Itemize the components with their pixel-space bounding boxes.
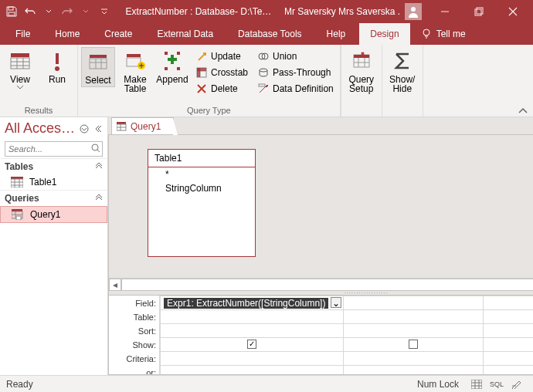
undo-drop-icon[interactable] xyxy=(40,3,57,20)
sort-cell-1[interactable] xyxy=(161,324,344,338)
tab-create[interactable]: Create xyxy=(93,23,143,45)
datasheet-view-icon[interactable] xyxy=(467,377,487,391)
nav-group-tables[interactable]: Tables xyxy=(0,158,107,174)
svg-rect-11 xyxy=(90,59,107,69)
ribbon: View Run Results Select Make Table Appen… xyxy=(0,45,533,117)
minimize-button[interactable] xyxy=(428,0,462,23)
data-definition-icon xyxy=(257,83,270,95)
nav-search[interactable] xyxy=(5,141,103,157)
undo-icon[interactable] xyxy=(22,3,39,20)
update-button[interactable]: Update xyxy=(192,49,251,64)
query-setup-button[interactable]: Query Setup xyxy=(345,47,379,95)
tab-external-data[interactable]: External Data xyxy=(146,23,224,45)
svg-rect-10 xyxy=(90,55,107,58)
query-setup-icon xyxy=(349,49,374,73)
document-area: Query1 × Table1 * StringColumn ◂ ▸ ∙∙∙∙∙… xyxy=(108,117,533,375)
select-button[interactable]: Select xyxy=(81,47,115,87)
or-cell-1[interactable] xyxy=(161,366,344,375)
design-view-icon[interactable] xyxy=(507,377,527,391)
crosstab-button[interactable]: Crosstab xyxy=(192,65,251,80)
status-ready: Ready xyxy=(6,379,33,390)
svg-rect-15 xyxy=(165,52,168,55)
passthrough-button[interactable]: Pass-Through xyxy=(254,65,337,80)
collapse-icon xyxy=(95,163,103,171)
svg-rect-7 xyxy=(11,58,29,69)
show-cell-3[interactable] xyxy=(483,338,533,352)
save-icon[interactable] xyxy=(3,3,20,20)
table-box-table1[interactable]: Table1 * StringColumn xyxy=(148,149,256,257)
table-cell-1[interactable] xyxy=(161,310,344,324)
redo-icon[interactable] xyxy=(59,3,76,20)
window-title: ExtractNumber : Database- D:\Te… xyxy=(113,6,284,17)
tab-home[interactable]: Home xyxy=(44,23,90,45)
query-icon xyxy=(12,209,24,220)
make-table-button[interactable]: Make Table xyxy=(118,47,152,95)
grid-cells[interactable]: Expr1: ExtractNumber([StringColumn])⌄ xyxy=(159,296,533,374)
close-button[interactable] xyxy=(496,0,530,23)
user-area[interactable]: Mr Saversky Mrs Saverska . xyxy=(284,3,422,20)
qbe-grid: Field: Table: Sort: Show: Criteria: or: … xyxy=(109,296,533,374)
status-bar: Ready Num Lock SQL xyxy=(0,375,533,392)
show-hide-button[interactable]: Show/ Hide xyxy=(385,47,419,95)
svg-point-24 xyxy=(260,69,267,72)
run-button[interactable]: Run xyxy=(40,47,74,91)
redo-drop-icon[interactable] xyxy=(77,3,94,20)
nav-collapse-icon[interactable] xyxy=(93,124,103,133)
field-cell-1[interactable]: Expr1: ExtractNumber([StringColumn])⌄ xyxy=(161,296,344,310)
svg-rect-6 xyxy=(11,53,29,57)
design-hscroll[interactable]: ◂ ▸ xyxy=(109,278,533,290)
nav-group-queries[interactable]: Queries xyxy=(0,190,107,206)
user-name: Mr Saversky Mrs Saverska . xyxy=(284,6,400,17)
dropdown-icon[interactable]: ⌄ xyxy=(331,297,341,308)
scroll-track[interactable] xyxy=(121,279,533,291)
splitter[interactable]: ∙∙∙∙∙∙∙∙∙∙∙∙∙∙∙∙∙∙ xyxy=(109,290,533,296)
nav-item-query1[interactable]: Query1 xyxy=(0,206,107,223)
doc-tab-query1[interactable]: Query1 xyxy=(111,117,174,134)
svg-rect-37 xyxy=(471,380,482,389)
svg-point-28 xyxy=(80,125,88,133)
scroll-left-icon[interactable]: ◂ xyxy=(109,279,121,291)
sql-view-button[interactable]: SQL xyxy=(487,377,507,391)
table-icon xyxy=(11,177,23,188)
svg-rect-18 xyxy=(177,67,180,70)
table-box-title: Table1 xyxy=(148,150,255,167)
show-cell-1[interactable] xyxy=(161,338,344,352)
append-button[interactable]: Append xyxy=(155,47,189,86)
restore-button[interactable] xyxy=(462,0,496,23)
crosstab-icon xyxy=(195,66,208,79)
tab-database-tools[interactable]: Database Tools xyxy=(227,23,313,45)
group-results: View Run Results xyxy=(0,45,78,117)
checkbox-icon[interactable] xyxy=(409,340,418,349)
delete-button[interactable]: Delete xyxy=(192,81,251,96)
criteria-cell-1[interactable] xyxy=(161,352,344,366)
group-results-label: Results xyxy=(25,106,53,117)
tab-file[interactable]: File xyxy=(5,23,41,45)
nav-dropdown-icon[interactable] xyxy=(80,124,89,133)
query-icon xyxy=(117,122,127,131)
group-query-type: Select Make Table Append Update Crosstab… xyxy=(78,45,341,117)
view-button[interactable]: View xyxy=(3,47,37,91)
table-box-column[interactable]: StringColumn xyxy=(148,181,255,195)
svg-rect-25 xyxy=(259,84,265,86)
field-cell-3[interactable] xyxy=(483,296,533,310)
tab-design[interactable]: Design xyxy=(359,23,409,45)
collapse-ribbon-icon[interactable] xyxy=(518,107,528,115)
tell-me[interactable]: Tell me xyxy=(413,29,474,39)
svg-point-5 xyxy=(423,29,429,35)
passthrough-icon xyxy=(257,66,270,79)
table-box-star[interactable]: * xyxy=(148,167,255,181)
checkbox-checked-icon[interactable] xyxy=(247,340,256,349)
search-input[interactable] xyxy=(5,141,103,157)
tab-help[interactable]: Help xyxy=(316,23,357,45)
nav-item-table1[interactable]: Table1 xyxy=(0,174,107,190)
union-button[interactable]: Union xyxy=(254,49,337,64)
show-cell-2[interactable] xyxy=(343,338,483,352)
field-cell-2[interactable] xyxy=(343,296,483,310)
svg-point-9 xyxy=(55,66,59,71)
data-definition-button[interactable]: Data Definition xyxy=(254,81,337,96)
svg-rect-34 xyxy=(16,216,21,220)
design-surface[interactable]: Table1 * StringColumn xyxy=(109,135,533,278)
svg-rect-8 xyxy=(56,53,59,64)
search-icon xyxy=(91,144,100,153)
qat-customize-icon[interactable] xyxy=(96,3,113,20)
